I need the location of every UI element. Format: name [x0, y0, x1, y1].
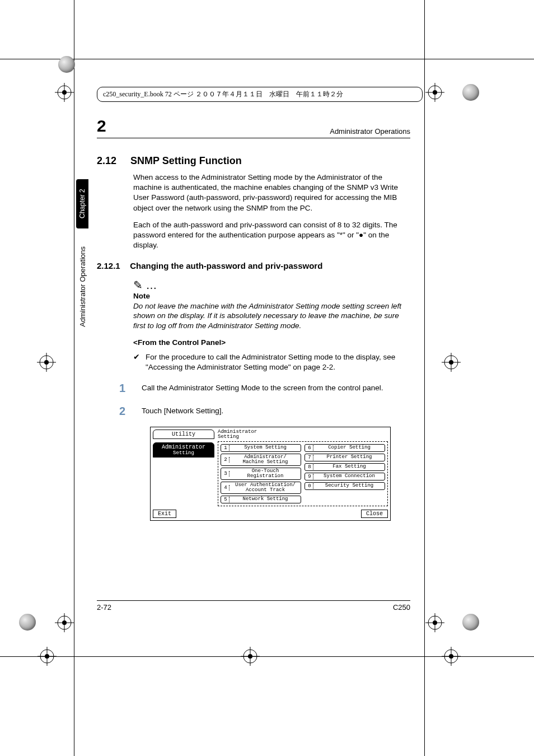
ss-menu-number: 1 [222, 445, 229, 451]
subsection-number: 2.12.1 [97, 261, 128, 270]
registration-mark-icon [55, 83, 74, 102]
svg-point-23 [433, 620, 437, 625]
ss-menu-number: 9 [306, 474, 313, 479]
ss-menu-label: System Setting [231, 445, 299, 450]
chapter-number: 2 [97, 116, 106, 136]
chapter-tab: Chapter 2 [76, 179, 88, 228]
ss-menu-label: One-Touch Registration [231, 469, 299, 479]
bullet-text: For the procedure to call the Administra… [146, 352, 410, 372]
page-content: 2 Administrator Operations 2.12 SNMP Set… [97, 116, 410, 521]
ss-menu-item-6[interactable]: 6Copier Setting [305, 444, 385, 452]
ss-menu-label: User Authentication/ Account Track [231, 483, 299, 493]
file-header: c250_security_E.book 72 ページ ２００７年４月１１日 水… [97, 87, 423, 102]
ss-menu-number: 5 [222, 497, 229, 502]
ss-menu-number: 0 [306, 483, 313, 489]
section-title: SNMP Setting Function [130, 155, 242, 166]
crop-line [0, 59, 534, 59]
decorative-sphere-icon [462, 614, 479, 631]
decorative-sphere-icon [462, 84, 479, 101]
ss-menu-label: System Connection [315, 474, 383, 479]
ss-menu-item-9[interactable]: 9System Connection [305, 473, 385, 480]
step-1: 1 Call the Administrator Setting Mode to… [119, 381, 410, 396]
ss-menu-label: Security Setting [315, 483, 383, 488]
ss-breadcrumb: Administrator Setting [218, 430, 388, 440]
running-title: Administrator Operations [330, 127, 410, 136]
registration-mark-icon [37, 353, 56, 372]
ss-menu-item-1[interactable]: 1System Setting [221, 444, 301, 452]
decorative-sphere-icon [19, 614, 36, 631]
registration-mark-icon [38, 647, 57, 666]
step-text: Touch [Network Setting]. [142, 404, 223, 419]
ss-menu-label: Copier Setting [315, 445, 383, 450]
body-paragraph: When access to the Administrator Setting… [133, 172, 410, 213]
crop-line [74, 0, 74, 756]
section-heading: 2.12 SNMP Setting Function [97, 155, 410, 167]
registration-mark-icon [241, 647, 260, 666]
bullet-item: ✔ For the procedure to call the Administ… [133, 352, 410, 372]
ss-menu-number: 4 [222, 485, 229, 491]
svg-point-11 [44, 360, 49, 365]
ss-menu-number: 6 [306, 445, 313, 451]
registration-mark-icon [442, 353, 461, 372]
registration-mark-icon [425, 613, 444, 632]
ss-exit-button[interactable]: Exit [153, 510, 176, 518]
registration-mark-icon [425, 83, 444, 102]
ss-menu-item-8[interactable]: 8Fax Setting [305, 463, 385, 471]
step-number: 2 [119, 404, 142, 419]
note-label: Note [133, 292, 410, 300]
embedded-screenshot: Utility Administrator Setting Administra… [150, 427, 391, 521]
ss-menu-item-0[interactable]: 0Security Setting [305, 482, 385, 490]
ss-menu-item-2[interactable]: 2Administrator/ Machine Setting [221, 454, 301, 466]
svg-point-15 [449, 360, 453, 365]
svg-point-7 [433, 90, 437, 95]
ss-tab-label: Administrator [162, 444, 205, 450]
svg-point-27 [45, 654, 49, 659]
ss-menu-label: Network Setting [231, 497, 299, 502]
ss-menu-number: 3 [222, 471, 229, 477]
ss-menu-number: 2 [222, 457, 229, 463]
section-number: 2.12 [97, 155, 128, 167]
side-running-title: Administrator Operations [78, 246, 87, 327]
ss-menu-item-7[interactable]: 7Printer Setting [305, 454, 385, 461]
note-icon: ✎ … [133, 278, 410, 292]
ss-menu-label: Administrator/ Machine Setting [231, 455, 299, 465]
page-footer: 2-72 C250 [97, 600, 410, 612]
subsection-heading: 2.12.1 Changing the auth-password and pr… [97, 261, 410, 270]
ss-tab-label: Setting [156, 450, 212, 456]
model-code: C250 [393, 603, 410, 612]
registration-mark-icon [55, 613, 74, 632]
decorative-sphere-icon [58, 56, 75, 73]
svg-point-35 [449, 654, 453, 659]
ss-menu-item-4[interactable]: 4User Authentication/ Account Track [221, 482, 301, 494]
ss-tab-administrator-setting[interactable]: Administrator Setting [153, 442, 214, 458]
ss-menu-number: 7 [306, 455, 313, 460]
svg-point-3 [62, 90, 67, 95]
ss-tab-utility[interactable]: Utility [153, 430, 214, 439]
running-head: 2 Administrator Operations [97, 116, 410, 138]
step-text: Call the Administrator Setting Mode to t… [142, 381, 383, 396]
registration-mark-icon [442, 647, 461, 666]
check-icon: ✔ [133, 352, 146, 372]
ss-close-button[interactable]: Close [361, 510, 388, 518]
control-panel-heading: <From the Control Panel> [133, 338, 410, 347]
page-number: 2-72 [97, 603, 111, 612]
ss-menu-item-3[interactable]: 3One-Touch Registration [221, 468, 301, 480]
ss-menu-label: Fax Setting [315, 464, 383, 469]
step-2: 2 Touch [Network Setting]. [119, 404, 410, 419]
svg-point-19 [62, 620, 67, 625]
ss-menu-number: 8 [306, 464, 313, 470]
step-number: 1 [119, 381, 142, 396]
crop-line [424, 0, 425, 756]
svg-point-31 [248, 654, 252, 659]
ss-left-panel: Utility Administrator Setting [153, 430, 214, 506]
ss-menu-grid: 1System Setting2Administrator/ Machine S… [218, 441, 388, 506]
ss-menu-label: Printer Setting [315, 455, 383, 460]
body-paragraph: Each of the auth-password and priv-passw… [133, 220, 410, 251]
ss-menu-item-5[interactable]: 5Network Setting [221, 496, 301, 503]
subsection-title: Changing the auth-password and priv-pass… [130, 261, 322, 270]
note-body: Do not leave the machine with the Admini… [133, 301, 410, 331]
